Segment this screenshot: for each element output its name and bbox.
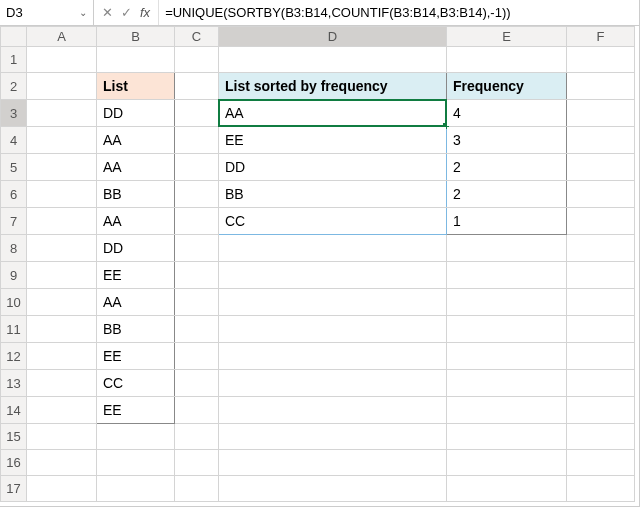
cell[interactable]: [175, 47, 219, 73]
cell[interactable]: [447, 316, 567, 343]
row-header[interactable]: 17: [1, 476, 27, 502]
cell[interactable]: [27, 181, 97, 208]
cell[interactable]: [567, 181, 635, 208]
cell[interactable]: [219, 476, 447, 502]
cell[interactable]: [567, 289, 635, 316]
cell[interactable]: AA: [97, 127, 175, 154]
cell-active[interactable]: AA: [219, 100, 447, 127]
cell[interactable]: [219, 450, 447, 476]
select-all-corner[interactable]: [1, 27, 27, 47]
row-header[interactable]: 9: [1, 262, 27, 289]
cell[interactable]: [175, 424, 219, 450]
cancel-icon[interactable]: ✕: [102, 5, 113, 20]
cell[interactable]: [175, 397, 219, 424]
cell[interactable]: [567, 370, 635, 397]
cell[interactable]: [27, 100, 97, 127]
cell[interactable]: [447, 343, 567, 370]
cell[interactable]: [27, 343, 97, 370]
row-header[interactable]: 15: [1, 424, 27, 450]
cell[interactable]: AA: [97, 289, 175, 316]
cell[interactable]: AA: [97, 154, 175, 181]
cell[interactable]: 1: [447, 208, 567, 235]
cell[interactable]: [219, 370, 447, 397]
row-header[interactable]: 4: [1, 127, 27, 154]
cell[interactable]: BB: [219, 181, 447, 208]
cell[interactable]: [447, 476, 567, 502]
row-header[interactable]: 1: [1, 47, 27, 73]
cell[interactable]: EE: [97, 262, 175, 289]
row-header[interactable]: 11: [1, 316, 27, 343]
cell[interactable]: [567, 100, 635, 127]
cell[interactable]: [175, 73, 219, 100]
cell[interactable]: [175, 262, 219, 289]
cell[interactable]: [175, 235, 219, 262]
col-header-D[interactable]: D: [219, 27, 447, 47]
row-header[interactable]: 10: [1, 289, 27, 316]
cell[interactable]: [27, 424, 97, 450]
spreadsheet-grid[interactable]: A B C D E F 1 2 List List sorted by freq…: [0, 26, 635, 502]
chevron-down-icon[interactable]: ⌄: [75, 7, 87, 18]
cell[interactable]: 2: [447, 154, 567, 181]
cell[interactable]: [27, 450, 97, 476]
cell[interactable]: AA: [97, 208, 175, 235]
cell[interactable]: [567, 262, 635, 289]
cell[interactable]: [175, 181, 219, 208]
cell[interactable]: DD: [97, 100, 175, 127]
cell[interactable]: [219, 316, 447, 343]
cell[interactable]: [27, 208, 97, 235]
col-header-C[interactable]: C: [175, 27, 219, 47]
cell[interactable]: [219, 397, 447, 424]
cell[interactable]: [567, 450, 635, 476]
cell[interactable]: [175, 450, 219, 476]
cell[interactable]: [567, 154, 635, 181]
list-header-cell[interactable]: List: [97, 73, 175, 100]
cell[interactable]: DD: [97, 235, 175, 262]
cell[interactable]: [27, 235, 97, 262]
cell[interactable]: [219, 235, 447, 262]
row-header[interactable]: 12: [1, 343, 27, 370]
cell[interactable]: [175, 343, 219, 370]
cell[interactable]: [27, 316, 97, 343]
cell[interactable]: [567, 73, 635, 100]
cell[interactable]: [27, 154, 97, 181]
cell[interactable]: [219, 289, 447, 316]
col-header-A[interactable]: A: [27, 27, 97, 47]
cell[interactable]: [175, 370, 219, 397]
cell[interactable]: [27, 397, 97, 424]
name-box[interactable]: D3 ⌄: [0, 0, 94, 25]
cell[interactable]: [219, 47, 447, 73]
cell[interactable]: EE: [97, 397, 175, 424]
cell[interactable]: [447, 450, 567, 476]
cell[interactable]: [447, 397, 567, 424]
row-header[interactable]: 7: [1, 208, 27, 235]
cell[interactable]: [447, 289, 567, 316]
row-header[interactable]: 3: [1, 100, 27, 127]
cell[interactable]: [219, 424, 447, 450]
row-header[interactable]: 6: [1, 181, 27, 208]
cell[interactable]: [447, 424, 567, 450]
cell[interactable]: [97, 476, 175, 502]
cell[interactable]: [567, 316, 635, 343]
confirm-icon[interactable]: ✓: [121, 5, 132, 20]
row-header[interactable]: 5: [1, 154, 27, 181]
row-header[interactable]: 2: [1, 73, 27, 100]
freq-header-cell[interactable]: Frequency: [447, 73, 567, 100]
cell[interactable]: [447, 235, 567, 262]
sorted-header-cell[interactable]: List sorted by frequency: [219, 73, 447, 100]
cell[interactable]: [27, 127, 97, 154]
cell[interactable]: [567, 127, 635, 154]
cell[interactable]: DD: [219, 154, 447, 181]
cell[interactable]: [175, 127, 219, 154]
cell[interactable]: [175, 100, 219, 127]
cell[interactable]: [219, 343, 447, 370]
cell[interactable]: [97, 424, 175, 450]
cell[interactable]: EE: [219, 127, 447, 154]
cell[interactable]: CC: [97, 370, 175, 397]
cell[interactable]: [27, 262, 97, 289]
cell[interactable]: [567, 343, 635, 370]
row-header[interactable]: 8: [1, 235, 27, 262]
col-header-F[interactable]: F: [567, 27, 635, 47]
cell[interactable]: 2: [447, 181, 567, 208]
cell[interactable]: [447, 262, 567, 289]
formula-input[interactable]: =UNIQUE(SORTBY(B3:B14,COUNTIF(B3:B14,B3:…: [159, 0, 639, 25]
